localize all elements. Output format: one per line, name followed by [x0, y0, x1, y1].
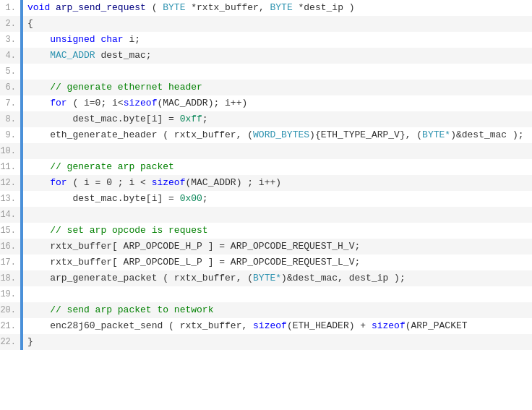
line-content: {: [27, 16, 532, 32]
code-token: sizeof: [152, 177, 186, 188]
code-token: unsigned: [27, 34, 100, 45]
code-token: (: [146, 2, 163, 13]
line-bar: [20, 318, 23, 334]
line-content: [27, 207, 532, 223]
code-line: 3. unsigned char i;: [0, 32, 532, 48]
line-bar: [20, 32, 23, 48]
line-number: 19.: [0, 286, 20, 302]
line-bar: [20, 302, 23, 318]
line-bar: [20, 239, 23, 255]
code-token: // send arp packet to network: [27, 304, 213, 315]
line-number: 9.: [0, 127, 20, 143]
line-content: void arp_send_request ( BYTE *rxtx_buffe…: [27, 0, 532, 16]
code-token: BYTE*: [422, 129, 450, 140]
line-number: 1.: [0, 0, 20, 16]
line-content: for ( i=0; i<sizeof(MAC_ADDR); i++): [27, 95, 532, 111]
code-token: dest_mac.byte[i] =: [27, 193, 180, 204]
code-token: for: [27, 177, 67, 188]
code-line: 12. for ( i = 0 ; i < sizeof(MAC_ADDR) ;…: [0, 175, 532, 191]
line-content: rxtx_buffer[ ARP_OPCODE_L_P ] = ARP_OPCO…: [27, 255, 532, 270]
line-number: 13.: [0, 191, 20, 207]
line-bar: [20, 16, 23, 32]
line-bar: [20, 143, 23, 159]
line-content: arp_generate_packet ( rxtx_buffer, (BYTE…: [27, 270, 532, 286]
code-token: rxtx_buffer[ ARP_OPCODE_L_P ] = ARP_OPCO…: [27, 257, 360, 268]
line-content: dest_mac.byte[i] = 0x00;: [27, 191, 532, 207]
code-token: // generate arp packet: [27, 161, 174, 172]
code-token: 0x00: [180, 193, 202, 204]
code-token: ;: [202, 193, 208, 204]
code-token: arp_generate_packet ( rxtx_buffer, (: [27, 273, 253, 283]
code-token: (ETH_HEADER) +: [287, 320, 372, 331]
code-token: sizeof: [372, 320, 406, 331]
code-token: BYTE*: [253, 273, 281, 283]
line-number: 12.: [0, 175, 20, 191]
line-bar: [20, 127, 23, 143]
line-bar: [20, 286, 23, 302]
line-bar: [20, 207, 23, 223]
code-token: (MAC_ADDR); i++): [157, 98, 247, 108]
code-line: 4. MAC_ADDR dest_mac;: [0, 48, 532, 64]
code-line: 15. // set arp opcode is request: [0, 223, 532, 239]
line-content: // set arp opcode is request: [27, 223, 532, 239]
line-number: 2.: [0, 16, 20, 32]
code-token: void: [27, 2, 56, 13]
code-token: )&dest_mac, dest_ip );: [281, 273, 406, 283]
line-number: 11.: [0, 159, 20, 175]
code-line: 11. // generate arp packet: [0, 159, 532, 175]
code-token: ;: [202, 114, 208, 124]
code-line: 20. // send arp packet to network: [0, 302, 532, 318]
line-content: eth_generate_header ( rxtx_buffer, (WORD…: [27, 127, 532, 143]
line-bar: [20, 334, 23, 350]
code-token: sizeof: [124, 98, 158, 108]
line-number: 7.: [0, 95, 20, 111]
code-token: 0xff: [180, 114, 202, 124]
code-token: (MAC_ADDR) ; i++): [185, 177, 281, 188]
code-token: sizeof: [253, 320, 287, 331]
line-number: 8.: [0, 111, 20, 127]
code-token: // set arp opcode is request: [27, 225, 208, 236]
code-line: 1.void arp_send_request ( BYTE *rxtx_buf…: [0, 0, 532, 16]
code-line: 7. for ( i=0; i<sizeof(MAC_ADDR); i++): [0, 95, 532, 111]
line-number: 21.: [0, 318, 20, 334]
code-line: 19.: [0, 286, 532, 302]
line-content: for ( i = 0 ; i < sizeof(MAC_ADDR) ; i++…: [27, 175, 532, 191]
line-bar: [20, 270, 23, 286]
code-token: dest_mac.byte[i] =: [27, 114, 180, 124]
line-number: 22.: [0, 334, 20, 350]
code-token: ( i = 0 ; i <: [67, 177, 152, 188]
line-bar: [20, 175, 23, 191]
line-number: 6.: [0, 80, 20, 95]
line-bar: [20, 223, 23, 239]
line-number: 20.: [0, 302, 20, 318]
code-line: 21. enc28j60_packet_send ( rxtx_buffer, …: [0, 318, 532, 334]
code-token: ( i=0; i<: [67, 98, 124, 108]
code-token: BYTE: [163, 2, 185, 13]
code-line: 14.: [0, 207, 532, 223]
line-number: 14.: [0, 207, 20, 223]
code-container: 1.void arp_send_request ( BYTE *rxtx_buf…: [0, 0, 532, 410]
code-token: (ARP_PACKET: [406, 320, 468, 331]
line-content: dest_mac.byte[i] = 0xff;: [27, 111, 532, 127]
code-token: char: [100, 34, 123, 45]
line-number: 15.: [0, 223, 20, 239]
code-token: rxtx_buffer[ ARP_OPCODE_H_P ] = ARP_OPCO…: [27, 241, 360, 252]
code-token: ){ETH_TYPE_ARP_V}, (: [309, 129, 422, 140]
line-content: enc28j60_packet_send ( rxtx_buffer, size…: [27, 318, 532, 334]
code-line: 5.: [0, 64, 532, 80]
code-token: *dest_ip ): [293, 2, 355, 13]
line-bar: [20, 64, 23, 80]
line-bar: [20, 255, 23, 270]
line-content: // send arp packet to network: [27, 302, 532, 318]
line-content: [27, 143, 532, 159]
code-line: 2.{: [0, 16, 532, 32]
line-content: // generate arp packet: [27, 159, 532, 175]
line-number: 17.: [0, 255, 20, 270]
line-content: [27, 64, 532, 80]
code-token: arp_send_request: [56, 2, 146, 13]
line-content: MAC_ADDR dest_mac;: [27, 48, 532, 64]
code-token: )&dest_mac );: [450, 129, 523, 140]
code-token: // generate ethernet header: [27, 82, 202, 93]
code-token: enc28j60_packet_send ( rxtx_buffer,: [27, 320, 253, 331]
code-token: {: [27, 18, 33, 29]
